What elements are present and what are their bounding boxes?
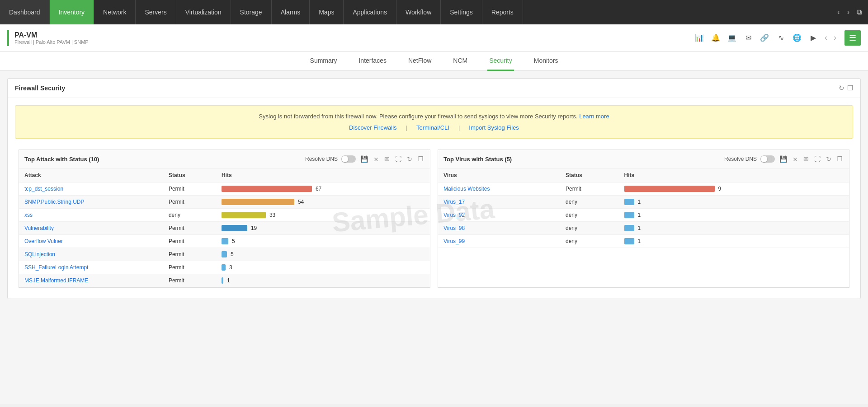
alert-message: Syslog is not forwarded from this firewa… (26, 113, 842, 120)
virus-col-status: Status (560, 168, 619, 182)
nav-maps[interactable]: Maps (310, 0, 344, 24)
terminal-cli-link[interactable]: Terminal/CLI (407, 124, 458, 131)
virus-export-icon[interactable]: ⛶ (813, 154, 821, 164)
attack-hits-value: 54 (298, 199, 304, 205)
globe-icon[interactable]: 🌐 (790, 31, 804, 45)
attack-row: Vulnerability Permit 19 (19, 222, 430, 235)
attack-hits-value: 5 (231, 251, 234, 257)
tab-ncm[interactable]: NCM (451, 51, 469, 71)
alert-links: Discover Firewalls | Terminal/CLI | Impo… (26, 124, 842, 131)
nav-alarms[interactable]: Alarms (272, 0, 310, 24)
virus-bar (624, 186, 715, 192)
nav-workflow[interactable]: Workflow (396, 0, 441, 24)
virus-name-cell[interactable]: Virus_99 (438, 235, 560, 248)
virus-table-panel: Top Virus with Status (5) Resolve DNS 💾 … (438, 150, 849, 288)
virus-refresh-icon[interactable]: ↻ (825, 154, 832, 164)
device-menu-btn[interactable]: ☰ (844, 30, 861, 46)
attack-name-cell[interactable]: SNMP.Public.String.UDP (19, 196, 163, 209)
virus-resolve-dns-toggle[interactable] (760, 155, 775, 163)
attack-status-cell: Permit (163, 196, 216, 209)
virus-name-cell[interactable]: Virus_17 (438, 196, 560, 209)
alert-icon[interactable]: 🔔 (709, 31, 722, 45)
link-icon[interactable]: 🔗 (758, 31, 771, 45)
nav-next-btn[interactable]: › (844, 6, 852, 18)
virus-row: Virus_98 deny 1 (438, 222, 849, 235)
alert-banner: Syslog is not forwarded from this firewa… (15, 105, 853, 139)
attack-export-icon[interactable]: ⛶ (394, 154, 402, 164)
monitor-icon[interactable]: 💻 (725, 31, 739, 45)
nav-network[interactable]: Network (94, 0, 136, 24)
attack-row: tcp_dst_session Permit 67 (19, 182, 430, 196)
nav-collapse-btn[interactable]: ⧉ (854, 6, 864, 18)
virus-resolve-dns-label: Resolve DNS (724, 156, 757, 162)
attack-resolve-dns-toggle[interactable] (341, 155, 356, 163)
chart-icon[interactable]: 📊 (693, 31, 706, 45)
nav-reports[interactable]: Reports (482, 0, 523, 24)
attack-expand-icon[interactable]: ❐ (417, 154, 425, 164)
attack-col-attack: Attack (19, 168, 163, 182)
attack-name-cell[interactable]: SSH_FailureLogin Attempt (19, 261, 163, 274)
refresh-header-icon[interactable]: ↻ (839, 84, 844, 92)
virus-panel-title: Top Virus with Status (5) (443, 156, 721, 163)
attack-hits-cell: 19 (216, 222, 430, 235)
header-actions: ↻ ❐ (839, 84, 853, 92)
tab-security[interactable]: Security (487, 51, 514, 71)
email-icon[interactable]: ✉ (741, 31, 755, 45)
nav-applications[interactable]: Applications (344, 0, 396, 24)
nav-storage[interactable]: Storage (231, 0, 272, 24)
virus-name-cell[interactable]: Malicious Websites (438, 182, 560, 196)
attack-hits-value: 5 (232, 238, 235, 244)
virus-email-icon[interactable]: ✉ (802, 154, 810, 164)
attack-name-cell[interactable]: SQLinjection (19, 248, 163, 261)
card-header: Firewall Security ↻ ❐ (8, 79, 860, 98)
attack-row: SNMP.Public.String.UDP Permit 54 (19, 196, 430, 209)
analytics-icon[interactable]: ∿ (774, 31, 788, 45)
virus-name-cell[interactable]: Virus_98 (438, 222, 560, 235)
attack-name-cell[interactable]: tcp_dst_session (19, 182, 163, 196)
attack-name-cell[interactable]: xss (19, 209, 163, 222)
tab-interfaces[interactable]: Interfaces (357, 51, 388, 71)
attack-row: Overflow Vulner Permit 5 (19, 235, 430, 248)
attack-save-icon[interactable]: 💾 (359, 154, 369, 164)
attack-status-cell: Permit (163, 182, 216, 196)
attack-hits-value: 3 (229, 264, 232, 271)
tab-netflow[interactable]: NetFlow (406, 51, 433, 71)
attack-status-cell: deny (163, 209, 216, 222)
terminal-icon[interactable]: ▶ (807, 31, 820, 45)
tab-summary[interactable]: Summary (308, 51, 339, 71)
attack-status-cell: Permit (163, 261, 216, 274)
attack-refresh-icon[interactable]: ↻ (406, 154, 413, 164)
attack-name-cell[interactable]: Vulnerability (19, 222, 163, 235)
device-next-btn[interactable]: › (832, 31, 838, 44)
virus-bar (624, 212, 634, 218)
virus-csv-icon[interactable]: ⨯ (792, 154, 799, 164)
expand-header-icon[interactable]: ❐ (847, 84, 853, 92)
discover-firewalls-link[interactable]: Discover Firewalls (340, 124, 406, 131)
nav-virtualization[interactable]: Virtualization (176, 0, 231, 24)
attack-hits-value: 19 (251, 225, 257, 231)
device-name: PA-VM (14, 31, 89, 39)
import-syslog-link[interactable]: Import Syslog Files (460, 124, 528, 131)
attack-bar (222, 264, 226, 271)
attack-hits-value: 33 (269, 212, 275, 218)
virus-expand-icon[interactable]: ❐ (836, 154, 844, 164)
nav-settings[interactable]: Settings (441, 0, 482, 24)
card-title: Firewall Security (15, 84, 65, 92)
nav-inventory[interactable]: Inventory (50, 0, 94, 24)
virus-name-cell[interactable]: Virus_92 (438, 209, 560, 222)
virus-save-icon[interactable]: 💾 (778, 154, 788, 164)
device-prev-btn[interactable]: ‹ (823, 31, 829, 44)
attack-email-icon[interactable]: ✉ (383, 154, 391, 164)
attack-csv-icon[interactable]: ⨯ (373, 154, 380, 164)
virus-col-virus: Virus (438, 168, 560, 182)
attack-name-cell[interactable]: MS.IE.Malformed.IFRAME (19, 274, 163, 287)
attack-name-cell[interactable]: Overflow Vulner (19, 235, 163, 248)
nav-servers[interactable]: Servers (136, 0, 176, 24)
nav-dashboard[interactable]: Dashboard (0, 0, 50, 24)
attack-resolve-dns-label: Resolve DNS (305, 156, 338, 162)
virus-row: Malicious Websites Permit 9 (438, 182, 849, 196)
nav-prev-btn[interactable]: ‹ (835, 6, 842, 18)
virus-row: Virus_99 deny 1 (438, 235, 849, 248)
learn-more-link[interactable]: Learn more (579, 113, 609, 120)
tab-monitors[interactable]: Monitors (532, 51, 560, 71)
